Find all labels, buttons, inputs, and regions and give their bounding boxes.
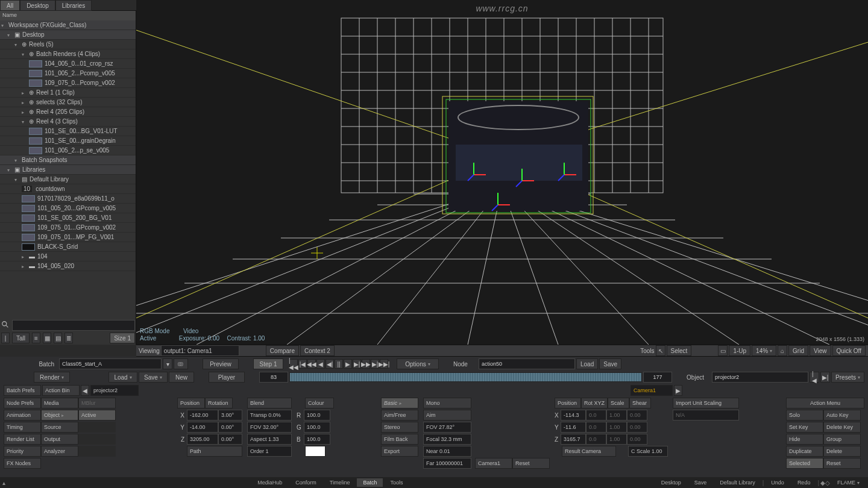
reels-row[interactable]: ▾⊕Reels (5) [0, 40, 136, 49]
tab-libraries[interactable]: Libraries [55, 0, 92, 11]
object-btn[interactable]: Object [41, 410, 78, 421]
object-input[interactable] [712, 372, 808, 383]
renderlist-btn[interactable]: Render List [4, 434, 41, 445]
camera1-btn[interactable]: Camera1 [475, 458, 512, 469]
presets-dropdown[interactable]: Presets [831, 372, 864, 383]
batch-name-input[interactable] [59, 358, 162, 369]
cam-x-scale[interactable]: 1.00 [606, 410, 627, 421]
prev-obj-icon[interactable]: |◀ [810, 372, 819, 383]
step1-button[interactable]: Step 1 [253, 358, 283, 369]
rotation-header[interactable]: Rotation [205, 398, 233, 408]
mblur-btn[interactable]: MBlur [78, 398, 116, 408]
cam-y-pos[interactable]: -11.6 [561, 422, 586, 433]
clip-row[interactable]: 104_005_0...01_crop_rsz [0, 59, 136, 69]
preview-button[interactable]: Preview [203, 358, 239, 369]
load-dropdown[interactable]: Load [108, 372, 137, 383]
rewind-icon[interactable]: ◀◀ [307, 359, 316, 369]
pos-x-field[interactable]: -162.00 [187, 410, 218, 421]
new-button[interactable]: New [169, 372, 194, 383]
camera1-tab[interactable]: Camera1 [631, 385, 673, 396]
next-obj-icon[interactable]: ▶| [820, 372, 830, 383]
g-field[interactable]: 100.0 [304, 422, 330, 433]
cam-fov-field[interactable]: FOV 27.82° [423, 422, 471, 433]
timing-btn[interactable]: Timing [4, 422, 41, 433]
grid-button[interactable]: Grid [788, 345, 808, 356]
group-btn[interactable]: Group [823, 434, 861, 445]
aspect-field[interactable]: Aspect 1.33 [247, 434, 292, 445]
thumb-icon[interactable]: ▦ [43, 333, 51, 343]
batch-prefs-tab[interactable]: Batch Prefs [4, 385, 41, 396]
frame-in-input[interactable] [259, 372, 288, 383]
clip-row[interactable]: 101_SE_00...grainDegrain [0, 136, 136, 146]
quickoff-button[interactable]: Quick Off [832, 345, 866, 356]
play-back-icon[interactable]: ◀| [326, 359, 334, 369]
cam-x-rot[interactable]: 0.0 [586, 410, 606, 421]
camera-icon[interactable] [174, 358, 188, 369]
cam-x-shear[interactable]: 0.00 [627, 410, 647, 421]
aim-btn[interactable]: Aim [423, 410, 471, 421]
libraries-row[interactable]: ▾▣Libraries [0, 165, 136, 175]
reset-btn[interactable]: Reset [823, 458, 861, 469]
collapse-icon[interactable]: | [1, 333, 10, 343]
goto-end-icon[interactable]: ▶▶| [380, 359, 388, 369]
near-field[interactable]: Near 0.01 [423, 446, 471, 457]
fxnodes-btn[interactable]: FX Nodes [4, 458, 41, 469]
focal-field[interactable]: Focal 32.3 mm [423, 434, 471, 445]
order-field[interactable]: Order 1 [247, 446, 292, 457]
lib-item[interactable]: 9170178029_e8a0699b11_o [0, 194, 136, 204]
path-btn[interactable]: Path [187, 446, 242, 457]
blend-header[interactable]: Blend [247, 398, 292, 408]
play-icon[interactable]: ▶ [344, 359, 352, 369]
setkey-btn[interactable]: Set Key [786, 422, 823, 433]
pos-z-field[interactable]: 3205.00 [187, 434, 218, 445]
export-btn[interactable]: Export [381, 446, 418, 457]
deletekey-btn[interactable]: Delete Key [823, 422, 861, 433]
desktop-row[interactable]: ▾▣Desktop [0, 30, 136, 40]
workspace-row[interactable]: ▾Workspace (FXGuide_Class) [0, 20, 136, 30]
analyzer-btn[interactable]: Analyzer [41, 446, 78, 457]
frame-out-input[interactable] [643, 372, 672, 383]
result-camera-btn[interactable]: Result Camera [562, 446, 616, 457]
undo-btn[interactable]: Undo [765, 478, 790, 487]
timeline-tab[interactable]: Timeline [324, 478, 356, 487]
step-back-icon[interactable]: ◀ [316, 359, 325, 369]
position-header[interactable]: Position [177, 398, 205, 408]
colour-swatch[interactable] [305, 446, 326, 457]
rot-x-field[interactable]: 3.00° [218, 410, 242, 421]
home-icon[interactable]: ⌂ [778, 345, 787, 356]
transp-field[interactable]: Transp 0.0% [247, 410, 292, 421]
viewport-3d[interactable]: www.rrcg.cn [136, 0, 868, 345]
search-input[interactable] [12, 320, 135, 331]
tall-button[interactable]: Tall [12, 333, 30, 343]
load-button[interactable]: Load [576, 358, 598, 369]
solo-btn[interactable]: Solo [786, 410, 823, 421]
cam-scale-header[interactable]: Scale [608, 398, 629, 408]
reset-btn[interactable]: Reset [512, 458, 550, 469]
prev-key-icon[interactable]: |◀ [298, 359, 307, 369]
search-icon[interactable] [1, 321, 10, 330]
cam-pos-header[interactable]: Position [555, 398, 581, 408]
node-prefs-btn[interactable]: Node Prefs [4, 398, 41, 408]
reel4a-row[interactable]: ▸⊕Reel 4 (205 Clips) [0, 107, 136, 117]
player-button[interactable]: Player [209, 372, 245, 383]
goto-start-icon[interactable]: |◀◀ [289, 359, 298, 369]
flame-menu[interactable]: FLAME [831, 478, 866, 487]
lib-item[interactable]: 109_075_01...GPcomp_v002 [0, 223, 136, 233]
context2-button[interactable]: Context 2 [300, 345, 335, 356]
cscale-field[interactable]: C Scale 1.00 [628, 446, 668, 457]
footer-expand-icon[interactable]: ▴ [2, 480, 5, 486]
list-icon[interactable]: ≡ [32, 333, 40, 343]
reel1-row[interactable]: ▸⊕Reel 1 (1 Clip) [0, 88, 136, 98]
ffwd-icon[interactable]: ▶▶ [362, 359, 370, 369]
aimfree-btn[interactable]: Aim/Free [381, 410, 418, 421]
output-btn[interactable]: Output [41, 434, 78, 445]
tab-all[interactable]: All [0, 0, 20, 11]
cam-shear-header[interactable]: Shear [629, 398, 651, 408]
compare-button[interactable]: Compare [266, 345, 299, 356]
step-fwd-icon[interactable]: ▶| [353, 359, 361, 369]
redo-btn[interactable]: Redo [791, 478, 817, 487]
tab-nav-left-icon[interactable]: ◀ [81, 385, 89, 396]
batch-renders-row[interactable]: ▾⊕Batch Renders (4 Clips) [0, 49, 136, 59]
clip-row[interactable]: 109_075_0...Pcomp_v002 [0, 78, 136, 88]
cam-z-shear[interactable]: 0.00 [627, 434, 647, 445]
